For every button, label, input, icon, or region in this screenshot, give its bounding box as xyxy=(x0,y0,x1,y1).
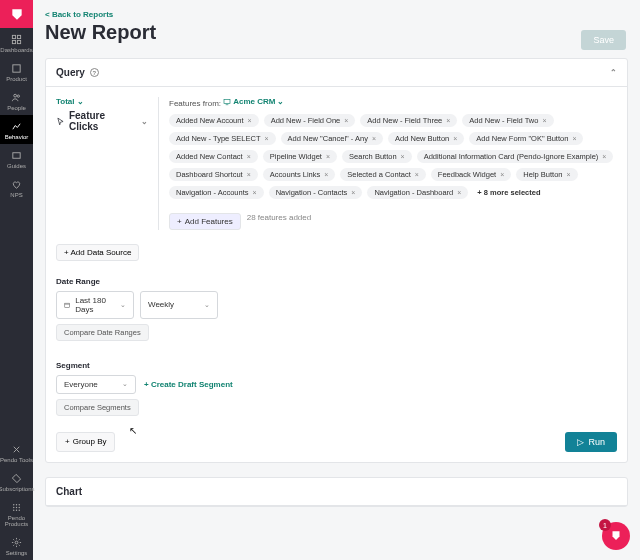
svg-rect-7 xyxy=(13,153,20,159)
remove-icon[interactable]: × xyxy=(453,135,457,142)
remove-icon[interactable]: × xyxy=(542,117,546,124)
feature-pill[interactable]: Additional Information Card (Pendo-Ignor… xyxy=(417,150,614,163)
create-segment-link[interactable]: + Create Draft Segment xyxy=(144,380,233,389)
svg-point-9 xyxy=(16,504,17,505)
segment-label: Segment xyxy=(56,361,617,370)
cursor-icon xyxy=(56,117,65,126)
pendo-logo-icon xyxy=(10,7,24,21)
feature-pill[interactable]: Pipeline Widget× xyxy=(263,150,337,163)
chart-card: Chart xyxy=(45,477,628,507)
heart-icon xyxy=(11,179,22,190)
tools-icon xyxy=(11,444,22,455)
svg-rect-0 xyxy=(12,35,15,38)
feature-pill[interactable]: Add New - Type SELECT× xyxy=(169,132,276,145)
gear-icon xyxy=(11,537,22,548)
nav-pendo-tools[interactable]: Pendo Tools xyxy=(0,438,33,467)
remove-icon[interactable]: × xyxy=(500,171,504,178)
svg-point-8 xyxy=(13,504,14,505)
feature-pill[interactable]: Navigation - Dashboard× xyxy=(367,186,468,199)
nav-dashboards[interactable]: Dashboards xyxy=(0,28,33,57)
svg-point-14 xyxy=(13,510,14,511)
feature-pill[interactable]: Navigation - Contacts× xyxy=(269,186,363,199)
remove-icon[interactable]: × xyxy=(326,153,330,160)
feature-pill[interactable]: Add New "Cancel" - Any× xyxy=(281,132,383,145)
help-icon[interactable]: ? xyxy=(90,68,99,77)
chevron-up-icon[interactable]: ⌃ xyxy=(610,68,617,77)
features-from-label: Features from: Acme CRM ⌄ xyxy=(169,97,617,108)
compare-dates-button[interactable]: Compare Date Ranges xyxy=(56,324,149,341)
date-range-dropdown[interactable]: Last 180 Days⌄ xyxy=(56,291,134,319)
feature-pill[interactable]: Help Button× xyxy=(516,168,577,181)
nav-subscriptions[interactable]: Subscriptions xyxy=(0,467,33,496)
nav-people[interactable]: People xyxy=(0,86,33,115)
remove-icon[interactable]: × xyxy=(567,171,571,178)
save-button[interactable]: Save xyxy=(581,30,626,50)
feature-pill[interactable]: Add New - Field Two× xyxy=(462,114,553,127)
nav-product[interactable]: Product xyxy=(0,57,33,86)
remove-icon[interactable]: × xyxy=(344,117,348,124)
svg-point-15 xyxy=(16,510,17,511)
more-selected[interactable]: + 8 more selected xyxy=(473,186,544,199)
remove-icon[interactable]: × xyxy=(248,117,252,124)
remove-icon[interactable]: × xyxy=(324,171,328,178)
remove-icon[interactable]: × xyxy=(372,135,376,142)
feature-pill[interactable]: Added New Contact× xyxy=(169,150,258,163)
app-selector[interactable]: Acme CRM ⌄ xyxy=(223,97,284,106)
date-range-label: Date Range xyxy=(56,277,617,286)
remove-icon[interactable]: × xyxy=(264,135,268,142)
feature-pill[interactable]: Add New Form "OK" Button× xyxy=(469,132,583,145)
nav-nps[interactable]: NPS xyxy=(0,173,33,202)
remove-icon[interactable]: × xyxy=(457,189,461,196)
tag-icon xyxy=(11,473,22,484)
feature-pill[interactable]: Navigation - Accounts× xyxy=(169,186,264,199)
features-count: 28 features added xyxy=(247,213,312,222)
feature-pill[interactable]: Search Button× xyxy=(342,150,412,163)
calendar-icon xyxy=(64,301,70,309)
feature-pill[interactable]: Add New Button× xyxy=(388,132,464,145)
remove-icon[interactable]: × xyxy=(247,153,251,160)
add-data-source-button[interactable]: + Add Data Source xyxy=(56,244,139,261)
svg-rect-19 xyxy=(65,303,70,307)
query-header[interactable]: Query ? ⌃ xyxy=(46,59,627,87)
behavior-icon xyxy=(11,121,22,132)
chart-header[interactable]: Chart xyxy=(46,478,627,506)
total-label[interactable]: Total ⌄ xyxy=(56,97,148,106)
back-link[interactable]: < Back to Reports xyxy=(45,10,628,19)
guides-icon xyxy=(11,150,22,161)
feature-pill[interactable]: Feedback Widget× xyxy=(431,168,511,181)
add-features-button[interactable]: + Add Features xyxy=(169,213,241,230)
nav-settings[interactable]: Settings xyxy=(0,531,33,560)
remove-icon[interactable]: × xyxy=(446,117,450,124)
svg-rect-18 xyxy=(224,99,230,103)
feature-pill[interactable]: Add New - Field Three× xyxy=(360,114,457,127)
nav-behavior[interactable]: Behavior xyxy=(0,115,33,144)
compare-segments-button[interactable]: Compare Segments xyxy=(56,399,139,416)
remove-icon[interactable]: × xyxy=(351,189,355,196)
feature-pill[interactable]: Accounts Links× xyxy=(263,168,336,181)
nav-guides[interactable]: Guides xyxy=(0,144,33,173)
svg-point-10 xyxy=(19,504,20,505)
nav-pendo-products[interactable]: Pendo Products xyxy=(0,496,33,531)
segment-dropdown[interactable]: Everyone⌄ xyxy=(56,375,136,394)
group-by-button[interactable]: + Group By xyxy=(56,432,115,452)
feature-pill[interactable]: Dashboard Shortcut× xyxy=(169,168,258,181)
remove-icon[interactable]: × xyxy=(572,135,576,142)
remove-icon[interactable]: × xyxy=(253,189,257,196)
svg-rect-2 xyxy=(12,40,15,43)
run-button[interactable]: ▷ Run xyxy=(565,432,617,452)
feature-pill[interactable]: Added New Account× xyxy=(169,114,259,127)
remove-icon[interactable]: × xyxy=(401,153,405,160)
feature-pill[interactable]: Selected a Contact× xyxy=(340,168,425,181)
help-fab[interactable]: 1 xyxy=(602,522,630,550)
pendo-icon xyxy=(609,529,623,543)
metric-dropdown[interactable]: Feature Clicks ⌄ xyxy=(56,110,148,132)
remove-icon[interactable]: × xyxy=(247,171,251,178)
remove-icon[interactable]: × xyxy=(415,171,419,178)
remove-icon[interactable]: × xyxy=(602,153,606,160)
granularity-dropdown[interactable]: Weekly⌄ xyxy=(140,291,218,319)
svg-point-12 xyxy=(16,507,17,508)
logo[interactable] xyxy=(0,0,33,28)
monitor-icon xyxy=(223,98,231,106)
feature-pill[interactable]: Add New - Field One× xyxy=(264,114,356,127)
svg-point-13 xyxy=(19,507,20,508)
